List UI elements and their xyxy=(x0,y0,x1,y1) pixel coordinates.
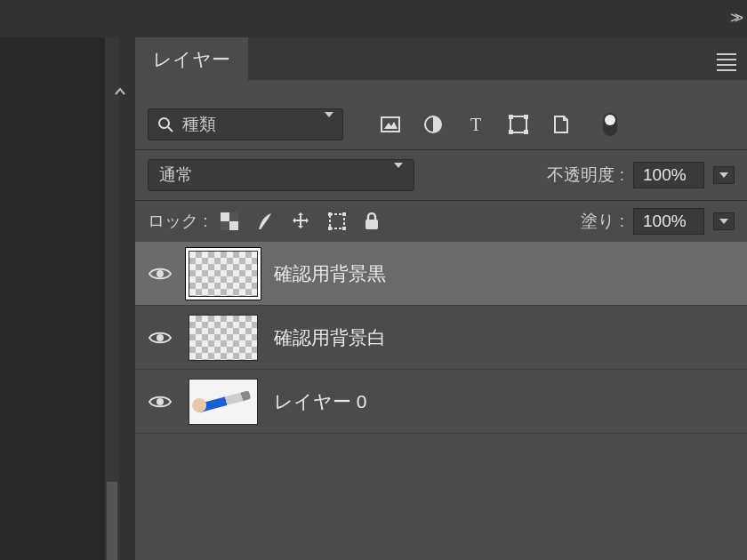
lock-all-icon[interactable] xyxy=(363,212,381,231)
lock-row: ロック : 塗り : 100% xyxy=(135,201,747,242)
svg-rect-15 xyxy=(229,212,238,221)
opacity-dropdown[interactable] xyxy=(713,166,735,184)
layer-name: 確認用背景白 xyxy=(274,325,386,350)
adjustment-filter-icon[interactable] xyxy=(423,115,443,134)
left-gutter xyxy=(0,37,107,560)
lock-label: ロック : xyxy=(148,210,208,233)
svg-line-1 xyxy=(168,127,173,132)
lock-transparent-icon[interactable] xyxy=(221,212,238,230)
svg-text:T: T xyxy=(470,115,481,134)
layer-thumbnail[interactable] xyxy=(189,315,258,361)
chevron-down-icon xyxy=(394,168,403,183)
svg-rect-22 xyxy=(365,220,378,229)
tab-label: レイヤー xyxy=(153,47,230,72)
expand-panel-button[interactable]: >> xyxy=(730,9,738,28)
layer-row[interactable]: 確認用背景白 xyxy=(135,306,747,370)
fill-input[interactable]: 100% xyxy=(633,208,704,235)
svg-rect-13 xyxy=(221,212,229,221)
layers-list: 確認用背景黒 確認用背景白 レイヤー 0 xyxy=(135,242,747,434)
filter-label: 種類 xyxy=(182,113,216,136)
layer-row[interactable]: レイヤー 0 xyxy=(135,370,747,434)
lock-position-icon[interactable] xyxy=(290,211,311,232)
scrollbar-thumb[interactable] xyxy=(107,482,117,560)
fill-dropdown[interactable] xyxy=(713,212,735,230)
svg-rect-8 xyxy=(524,115,528,119)
svg-rect-16 xyxy=(221,221,229,230)
panel-tab-bar: レイヤー xyxy=(135,37,747,80)
layer-thumbnail[interactable] xyxy=(189,251,258,297)
visibility-toggle[interactable] xyxy=(148,266,173,282)
svg-point-12 xyxy=(605,115,615,125)
svg-rect-17 xyxy=(330,214,344,228)
visibility-toggle[interactable] xyxy=(148,330,173,346)
lock-image-icon[interactable] xyxy=(254,212,274,231)
panel-menu-button[interactable] xyxy=(717,50,736,75)
svg-rect-19 xyxy=(342,212,346,216)
svg-point-23 xyxy=(157,270,164,277)
chevron-down-icon xyxy=(325,117,333,132)
opacity-input[interactable]: 100% xyxy=(633,162,704,188)
search-icon xyxy=(157,116,173,132)
filter-row: 種類 T xyxy=(135,100,747,149)
opacity-label: 不透明度 : xyxy=(547,164,624,187)
svg-point-25 xyxy=(157,398,164,405)
type-filter-icon[interactable]: T xyxy=(466,115,486,134)
layers-panel: レイヤー 種類 T xyxy=(135,37,747,560)
svg-rect-21 xyxy=(342,227,346,230)
svg-rect-18 xyxy=(328,212,332,216)
lock-artboard-icon[interactable] xyxy=(327,212,347,231)
visibility-toggle[interactable] xyxy=(148,394,173,410)
panel-collapse-arrow[interactable] xyxy=(114,87,132,96)
svg-rect-7 xyxy=(509,115,513,119)
layer-filter-dropdown[interactable]: 種類 xyxy=(148,108,343,140)
svg-point-24 xyxy=(157,334,164,341)
layer-name: レイヤー 0 xyxy=(274,389,367,414)
layer-name: 確認用背景黒 xyxy=(274,261,386,286)
svg-marker-3 xyxy=(384,122,398,129)
svg-rect-14 xyxy=(229,221,238,230)
blend-row: 通常 不透明度 : 100% xyxy=(135,150,747,200)
shape-filter-icon[interactable] xyxy=(509,115,528,134)
artboard-toggle-icon[interactable] xyxy=(601,112,619,137)
layer-row[interactable]: 確認用背景黒 xyxy=(135,242,747,306)
svg-rect-2 xyxy=(382,117,399,132)
svg-rect-20 xyxy=(328,227,332,230)
layer-thumbnail[interactable] xyxy=(189,379,258,425)
svg-rect-10 xyxy=(524,130,528,134)
fill-label: 塗り : xyxy=(581,210,624,233)
svg-rect-9 xyxy=(509,130,513,134)
tab-layers[interactable]: レイヤー xyxy=(135,37,248,80)
blend-mode-dropdown[interactable]: 通常 xyxy=(148,159,414,191)
svg-point-0 xyxy=(159,118,169,128)
image-filter-icon[interactable] xyxy=(381,115,400,134)
blend-mode-value: 通常 xyxy=(159,164,193,187)
filter-type-icons: T xyxy=(381,112,619,137)
smart-object-filter-icon[interactable] xyxy=(551,115,571,134)
scrollbar-track[interactable] xyxy=(105,37,119,560)
